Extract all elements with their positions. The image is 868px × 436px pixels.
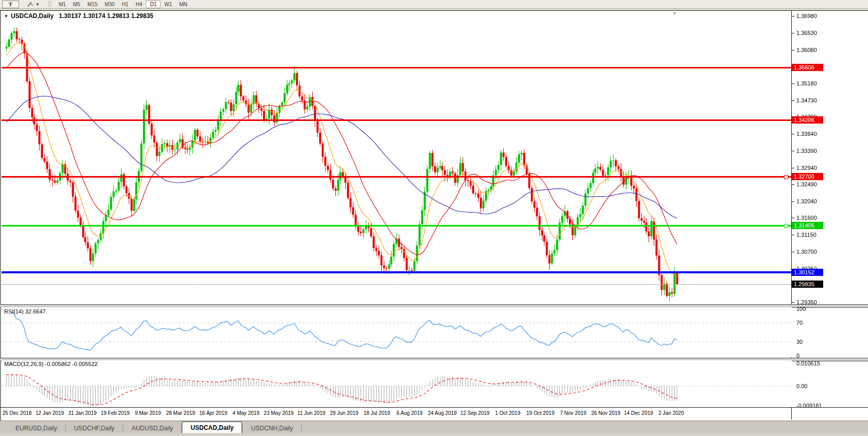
hline-drag-handle[interactable] — [784, 224, 788, 228]
date-tick-label: 12 Jan 2019 — [36, 410, 64, 416]
chart-window-left-border — [0, 11, 1, 433]
rsi-scale-label: 70 — [796, 320, 803, 326]
price-tick — [792, 33, 794, 33]
price-level-badge: 1.31405 — [792, 222, 823, 229]
cursor-mode-button[interactable]: ▼ — [23, 1, 43, 8]
timeframe-h1-button[interactable]: H1 — [118, 1, 132, 8]
price-tick — [792, 302, 794, 303]
price-tick-label: 1.32040 — [796, 198, 817, 204]
chart-shift-marker-icon[interactable]: ▼ — [672, 11, 677, 16]
timeframe-m1-button[interactable]: M1 — [55, 1, 70, 8]
date-tick-label: 24 Aug 2019 — [428, 410, 456, 416]
price-chart-canvas[interactable] — [2, 11, 792, 304]
symbol-tab-bar: EURUSD,DailyUSDCHF,DailyAUDUSD,DailyUSDC… — [0, 421, 868, 433]
date-tick-label: 16 Apr 2019 — [199, 410, 227, 416]
macd-scale-label: 0.00 — [796, 383, 807, 389]
rsi-indicator-canvas[interactable] — [2, 307, 792, 357]
toolbar-grip[interactable] — [48, 1, 52, 7]
macd-indicator-canvas[interactable] — [2, 360, 792, 408]
price-level-badge: 1.29835 — [792, 281, 823, 288]
timeframe-d1-button[interactable]: D1 — [146, 1, 161, 8]
date-tick-label: 25 Dec 2018 — [3, 410, 32, 416]
price-tick — [792, 100, 794, 101]
symbol-tab-usdcnh[interactable]: USDCNH,Daily — [243, 423, 301, 433]
timeframe-m30-button[interactable]: M30 — [101, 1, 118, 8]
date-tick-label: 1 Oct 2019 — [495, 410, 520, 416]
timeframe-toolbar: M1M5M15M30H1H4D1W1MN — [55, 1, 191, 8]
date-tick-label: 2 Jan 2020 — [658, 410, 684, 416]
price-tick-label: 1.33840 — [796, 131, 817, 137]
macd-label: MACD(12,26,9) -0.005862 -0.005522 — [4, 361, 98, 367]
date-tick-label: 28 Mar 2019 — [166, 410, 195, 416]
price-tick-label: 1.34730 — [796, 97, 817, 103]
price-tick — [792, 218, 794, 218]
date-tick-label: 19 Feb 2019 — [100, 410, 129, 416]
price-tick — [792, 168, 794, 168]
symbol-tab-usdcad[interactable]: USDCAD,Daily — [182, 422, 242, 433]
price-tick — [792, 16, 794, 16]
price-tick-label: 1.36980 — [796, 13, 817, 19]
price-level-badge: 1.30152 — [792, 269, 823, 276]
price-tick-label: 1.36530 — [796, 30, 817, 36]
collapse-triangle-icon[interactable]: ▼ — [4, 14, 8, 19]
date-tick-label: 14 Dec 2019 — [624, 410, 653, 416]
timeframe-mn-button[interactable]: MN — [176, 1, 191, 8]
rsi-label: RSI(14) 32.6647 — [4, 308, 46, 315]
text-tool-icon: T — [9, 1, 12, 7]
date-tick-label: 23 May 2019 — [264, 410, 294, 416]
price-tick — [792, 201, 794, 202]
macd-scale-label: 0.010615 — [796, 360, 820, 367]
date-tick-label: 9 Mar 2019 — [135, 410, 161, 416]
date-tick-label: 6 Aug 2019 — [397, 410, 423, 416]
price-tick-label: 1.30700 — [796, 249, 817, 255]
price-level-badge: 1.35606 — [792, 64, 823, 71]
timeframe-m15-button[interactable]: M15 — [84, 1, 101, 8]
date-tick-label: 19 Oct 2019 — [526, 410, 554, 416]
price-tick — [792, 50, 794, 50]
date-tick-label: 4 May 2019 — [232, 410, 259, 416]
date-tick-label: 29 Jun 2019 — [330, 410, 358, 416]
status-strip — [0, 433, 868, 436]
date-tick-label: 11 Jun 2019 — [297, 410, 325, 416]
macd-panel-border — [0, 407, 868, 408]
chart-symbol-label: USDCAD,Daily — [11, 12, 54, 20]
price-tick — [792, 184, 794, 185]
tab-separator — [301, 425, 302, 431]
price-tick-label: 1.31150 — [796, 232, 816, 238]
rsi-scale-label: 100 — [796, 306, 806, 312]
price-tick-label: 1.32940 — [796, 165, 817, 171]
symbol-tab-usdchf[interactable]: USDCHF,Daily — [66, 423, 123, 433]
price-tick-label: 1.36080 — [796, 47, 817, 53]
chart-ohlc-values: 1.30137 1.30174 1.29813 1.29835 — [59, 12, 154, 20]
price-tick-label: 1.33390 — [796, 148, 817, 154]
rsi-scale-label: 30 — [796, 339, 803, 345]
price-level-badge: 1.32700 — [792, 173, 823, 180]
macd-scale-label: -0.009181 — [796, 403, 822, 409]
price-tick — [792, 235, 794, 235]
price-tick-label: 1.32490 — [796, 181, 817, 187]
hline-drag-handle[interactable] — [784, 175, 788, 179]
text-tool-button[interactable]: T — [2, 1, 19, 8]
date-tick-label: 12 Sep 2019 — [461, 410, 490, 416]
price-tick-label: 1.35180 — [796, 80, 817, 86]
date-tick-label: 18 Jul 2019 — [364, 410, 390, 416]
price-tick — [792, 151, 794, 151]
symbol-tab-audusd[interactable]: AUDUSD,Daily — [123, 423, 181, 433]
date-tick-label: 7 Nov 2019 — [560, 410, 586, 416]
chart-title: ▼ USDCAD,Daily 1.30137 1.30174 1.29813 1… — [4, 12, 154, 20]
date-tick-label: 26 Nov 2019 — [591, 410, 621, 416]
price-tick-label: 1.31600 — [796, 215, 817, 221]
date-tick-label: 31 Jan 2019 — [68, 410, 96, 416]
symbol-tab-eurusd[interactable]: EURUSD,Daily — [7, 423, 65, 433]
crosshair-arrows-icon — [27, 1, 34, 7]
price-tick — [792, 252, 794, 252]
timeframe-h4-button[interactable]: H4 — [132, 1, 146, 8]
dropdown-arrow-icon: ▼ — [36, 2, 40, 7]
timeframe-m5-button[interactable]: M5 — [70, 1, 84, 8]
toolbar: T ▼ M1M5M15M30H1H4D1W1MN — [0, 0, 868, 8]
price-level-badge: 1.34206 — [792, 116, 823, 124]
timeframe-w1-button[interactable]: W1 — [161, 1, 176, 8]
price-tick — [792, 134, 794, 134]
price-tick — [792, 83, 794, 84]
